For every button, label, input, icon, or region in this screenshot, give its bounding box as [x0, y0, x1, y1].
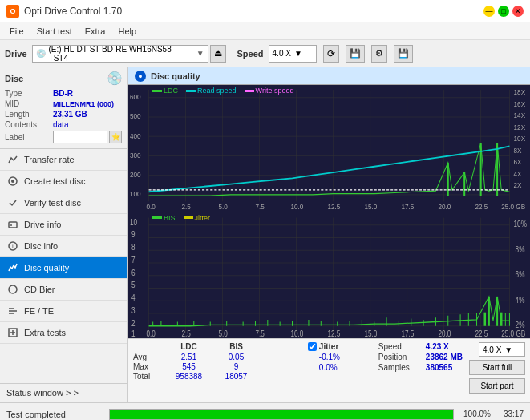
svg-text:10X: 10X: [514, 135, 526, 143]
maximize-button[interactable]: □: [498, 6, 509, 17]
svg-text:10.0: 10.0: [290, 328, 303, 337]
sidebar-item-cd-bier[interactable]: CD Bier: [0, 279, 127, 301]
jitter-checkbox[interactable]: [308, 342, 317, 351]
nav-label-disc-info: Disc info: [24, 241, 121, 251]
progress-text: 100.0%: [463, 410, 491, 418]
menu-start-test[interactable]: Start test: [30, 25, 79, 38]
disc-quality-header: ● Disc quality: [128, 67, 530, 85]
stats-row: LDC BIS Avg 2.51 0.05 Max 545 9 Total 95…: [128, 338, 530, 402]
svg-text:i: i: [12, 243, 14, 250]
create-test-disc-icon: [6, 175, 19, 188]
svg-text:22.5: 22.5: [475, 328, 488, 337]
svg-text:15.0: 15.0: [364, 328, 377, 337]
sidebar-item-disc-info[interactable]: i Disc info: [0, 236, 127, 257]
minimize-button[interactable]: —: [483, 6, 495, 17]
app-icon: O: [6, 5, 19, 18]
nav-label-drive-info: Drive info: [24, 220, 121, 229]
menu-extra[interactable]: Extra: [79, 25, 112, 38]
status-window-button[interactable]: Status window > >: [0, 383, 127, 402]
save-button[interactable]: 💾: [394, 45, 413, 63]
sidebar-item-disc-quality[interactable]: Disc quality: [0, 257, 127, 279]
svg-text:2X: 2X: [514, 181, 522, 190]
svg-text:5.0: 5.0: [218, 202, 227, 211]
svg-text:1: 1: [131, 328, 136, 337]
mid-label: MID: [5, 99, 53, 108]
sidebar-item-fe-te[interactable]: FE / TE: [0, 301, 127, 322]
svg-text:8%: 8%: [516, 244, 525, 253]
menu-bar: File Start test Extra Help: [0, 22, 530, 40]
nav-label-transfer-rate: Transfer rate: [24, 155, 121, 164]
status-window-label: Status window > >: [6, 388, 79, 398]
eject-button[interactable]: ⏏: [210, 45, 226, 63]
label-btn-icon: ⭐: [111, 133, 120, 141]
jitter-label: Jitter: [319, 342, 338, 351]
svg-rect-2: [9, 222, 17, 228]
title-bar: O Opti Drive Control 1.70 — □ ✕: [0, 0, 530, 22]
svg-text:20.0: 20.0: [438, 328, 451, 337]
svg-text:16X: 16X: [514, 99, 526, 108]
menu-file[interactable]: File: [3, 25, 30, 38]
settings-button[interactable]: ⚙: [371, 45, 387, 63]
jitter-max: 0.0%: [319, 363, 372, 372]
media-button[interactable]: 💾: [346, 45, 365, 63]
type-label: Type: [5, 89, 53, 98]
total-row: Total 958388 18057: [133, 372, 301, 381]
start-part-button[interactable]: Start part: [469, 378, 525, 394]
contents-value: data: [53, 120, 68, 129]
mid-value: MILLENMR1 (000): [53, 100, 114, 108]
close-button[interactable]: ✕: [512, 6, 524, 17]
nav-label-verify-test-disc: Verify test disc: [24, 198, 121, 208]
max-row: Max 545 9: [133, 362, 301, 371]
avg-label: Avg: [133, 353, 164, 361]
svg-text:600: 600: [130, 93, 141, 102]
top-chart: LDC Read speed Write speed 600: [128, 85, 530, 212]
sidebar-item-transfer-rate[interactable]: Transfer rate: [0, 149, 127, 171]
read-speed-legend: Read speed: [186, 87, 237, 95]
sidebar-item-create-test-disc[interactable]: Create test disc: [0, 171, 127, 192]
speed-dropdown-stat[interactable]: 4.0 X ▼: [479, 342, 525, 357]
speed-position-section: Speed 4.23 X Position 23862 MB Samples 3…: [378, 342, 463, 372]
position-row: Position 23862 MB: [378, 353, 463, 361]
svg-text:10.0: 10.0: [290, 202, 303, 211]
refresh-icon: ⟳: [327, 48, 335, 59]
refresh-button[interactable]: ⟳: [323, 45, 339, 63]
nav-label-disc-quality: Disc quality: [24, 263, 121, 273]
sidebar-item-verify-test-disc[interactable]: Verify test disc: [0, 192, 127, 214]
svg-text:6: 6: [131, 267, 136, 277]
svg-text:2: 2: [131, 317, 136, 327]
svg-text:25.0 GB: 25.0 GB: [501, 328, 525, 337]
disc-panel: Disc 💿 Type BD-R MID MILLENMR1 (000) Len…: [0, 67, 127, 149]
sidebar-item-extra-tests[interactable]: Extra tests: [0, 322, 127, 344]
label-button[interactable]: ⭐: [109, 131, 122, 143]
type-value: BD-R: [53, 89, 73, 98]
total-label: Total: [133, 372, 164, 381]
ldc-header: LDC: [167, 342, 211, 351]
jitter-legend: Jitter: [184, 214, 211, 222]
nav-label-extra-tests: Extra tests: [24, 328, 121, 337]
sidebar-item-drive-info[interactable]: Drive info: [0, 214, 127, 236]
bottom-chart-svg: 10 9 8 7 6 5 4 3 2 1 10% 8% 6% 4% 2%: [128, 212, 530, 339]
menu-help[interactable]: Help: [111, 25, 143, 38]
samples-value-stat: 380565: [426, 363, 452, 372]
jitter-avg: -0.1%: [319, 353, 372, 361]
speed-dropdown[interactable]: 4.0 X ▼: [269, 45, 317, 63]
speed-dropdown-stat-value: 4.0 X: [483, 345, 501, 354]
drive-dropdown[interactable]: 💿 (E:) HL-DT-ST BD-RE WH16NS58 TST4 ▼: [32, 45, 208, 63]
speed-dropdown-arrow: ▼: [294, 49, 302, 58]
start-full-button[interactable]: Start full: [469, 360, 525, 375]
total-ldc: 958388: [167, 372, 211, 381]
svg-text:8: 8: [131, 242, 136, 252]
disc-info-icon: i: [6, 240, 19, 252]
speed-label-stat: Speed: [378, 342, 423, 351]
svg-text:2.5: 2.5: [181, 328, 190, 337]
svg-text:25.0 GB: 25.0 GB: [501, 202, 525, 211]
eject-icon: ⏏: [214, 48, 222, 59]
position-label-stat: Position: [378, 353, 423, 361]
progress-bar-fill: [110, 410, 453, 419]
label-input[interactable]: [53, 131, 107, 143]
svg-text:12.5: 12.5: [327, 328, 340, 337]
svg-text:18X: 18X: [514, 87, 526, 96]
contents-label: Contents: [5, 120, 53, 129]
svg-text:7.5: 7.5: [255, 202, 264, 211]
jitter-section: Jitter -0.1% 0.0%: [308, 342, 372, 372]
